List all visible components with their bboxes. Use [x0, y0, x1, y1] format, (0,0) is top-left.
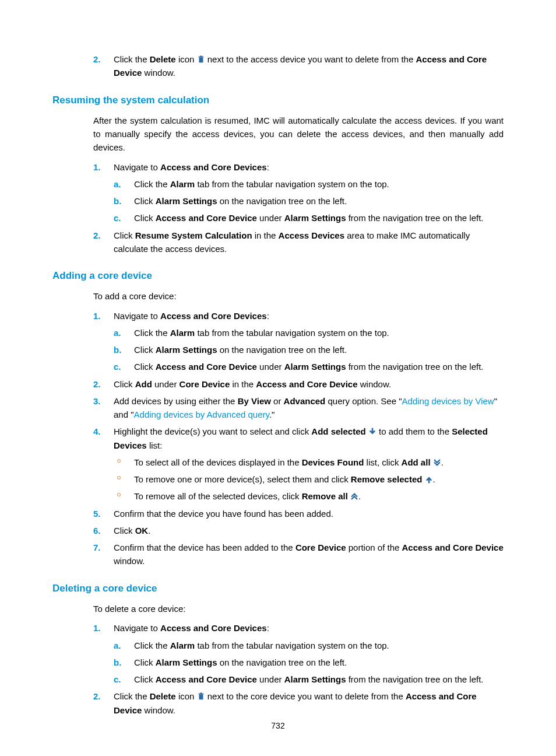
trash-icon [197, 692, 205, 701]
substep-c: c. Click Access and Core Device under Al… [114, 360, 504, 373]
resuming-list: 1. Navigate to Access and Core Devices: … [93, 160, 504, 256]
substeps: a. Click the Alarm tab from the tabular … [114, 639, 504, 687]
substep-a: a. Click the Alarm tab from the tabular … [114, 177, 504, 191]
link-adding-by-view[interactable]: Adding devices by View [402, 396, 494, 406]
step-6: 6. Click OK. [93, 524, 504, 537]
page-number: 732 [0, 720, 556, 733]
document-page: 2. Click the Delete icon next to the acc… [0, 0, 556, 756]
top-list: 2. Click the Delete icon next to the acc… [93, 52, 504, 80]
step-2: 2. Click Resume System Calculation in th… [93, 229, 504, 256]
step-7: 7. Confirm that the device has been adde… [93, 541, 504, 568]
svg-rect-0 [199, 58, 203, 63]
bullets: To select all of the devices displayed i… [114, 456, 504, 503]
step-5: 5. Confirm that the device you have foun… [93, 507, 504, 520]
svg-rect-2 [200, 55, 202, 57]
substep-a: a. Click the Alarm tab from the tabular … [114, 326, 504, 340]
heading-deleting: Deleting a core device [52, 581, 504, 596]
deleting-list: 1. Navigate to Access and Core Devices: … [93, 621, 504, 717]
bullet-3: To remove all of the selected devices, c… [114, 489, 504, 503]
substep-c: c. Click Access and Core Device under Al… [114, 211, 504, 225]
trash-icon [197, 55, 205, 64]
bullet-2: To remove one or more device(s), select … [114, 473, 504, 486]
bullet-1: To select all of the devices displayed i… [114, 456, 504, 469]
bullet-marker [117, 476, 121, 480]
step-2: 2. Click the Delete icon next to the acc… [93, 52, 504, 80]
heading-adding: Adding a core device [52, 268, 504, 284]
adding-list: 1. Navigate to Access and Core Devices: … [93, 309, 504, 568]
link-adding-by-advanced[interactable]: Adding devices by Advanced query [134, 410, 269, 419]
intro-resuming: After the system calculation is resumed,… [93, 114, 504, 155]
step-1: 1. Navigate to Access and Core Devices: … [93, 621, 504, 686]
step-3: 3. Add devices by using either the By Vi… [93, 394, 504, 422]
svg-rect-3 [199, 695, 203, 700]
substep-b: b. Click Alarm Settings on the navigatio… [114, 343, 504, 356]
substeps: a. Click the Alarm tab from the tabular … [114, 326, 504, 374]
substep-b: b. Click Alarm Settings on the navigatio… [114, 656, 504, 669]
substep-a: a. Click the Alarm tab from the tabular … [114, 639, 504, 652]
step-1: 1. Navigate to Access and Core Devices: … [93, 309, 504, 374]
arrow-up-icon [425, 475, 433, 484]
intro-deleting: To delete a core device: [93, 602, 504, 615]
svg-rect-5 [200, 693, 202, 694]
double-arrow-up-icon [350, 492, 358, 501]
substep-b: b. Click Alarm Settings on the navigatio… [114, 194, 504, 208]
substeps: a. Click the Alarm tab from the tabular … [114, 177, 504, 225]
step-2: 2. Click Add under Core Device in the Ac… [93, 377, 504, 391]
intro-adding: To add a core device: [93, 289, 504, 303]
step-2: 2. Click the Delete icon next to the cor… [93, 690, 504, 717]
bullet-marker [117, 493, 121, 496]
heading-resuming: Resuming the system calculation [52, 93, 504, 108]
bullet-marker [117, 459, 121, 463]
step-4: 4. Highlight the device(s) you want to s… [93, 425, 504, 503]
double-arrow-down-icon [433, 459, 441, 467]
substep-c: c. Click Access and Core Device under Al… [114, 673, 504, 686]
arrow-down-icon [368, 428, 376, 436]
step-1: 1. Navigate to Access and Core Devices: … [93, 160, 504, 225]
